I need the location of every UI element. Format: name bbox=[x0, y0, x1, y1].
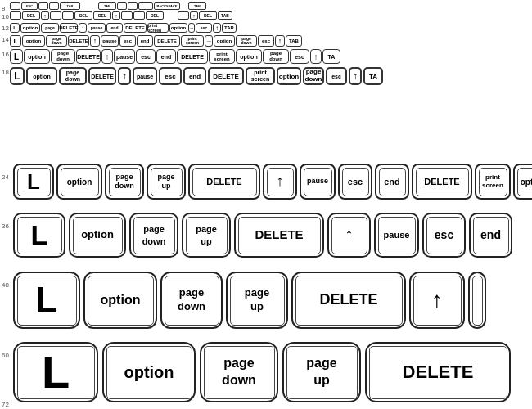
key-r12-pg[interactable]: page bbox=[41, 23, 59, 33]
key-r60-pageup[interactable]: pageup bbox=[282, 342, 361, 402]
key-sm-2[interactable] bbox=[50, 11, 61, 20]
key-r24-option2[interactable]: option bbox=[513, 164, 532, 200]
key-r18-prsc[interactable]: printscreen bbox=[246, 67, 275, 85]
key-r16-up[interactable]: ↑ bbox=[101, 49, 113, 64]
key-r18-up[interactable]: ↑ bbox=[118, 67, 131, 85]
key-r18-pgdn2[interactable]: pagedown bbox=[303, 67, 324, 85]
key-r18-up2[interactable]: ↑ bbox=[349, 67, 362, 85]
key-r16-up2[interactable]: ↑ bbox=[310, 49, 322, 64]
key-r16-prsc[interactable]: printscreen bbox=[209, 49, 235, 64]
key-r16-del2[interactable]: DELETE bbox=[177, 49, 208, 64]
key-r48-option[interactable]: option bbox=[83, 272, 157, 329]
key-tiny-5[interactable] bbox=[138, 2, 153, 10]
key-r16-esc[interactable]: esc bbox=[136, 49, 156, 64]
key-sm-up1[interactable]: ↑ bbox=[41, 11, 49, 20]
key-r14-opt2[interactable]: option bbox=[214, 35, 235, 47]
key-r60-delete[interactable]: DELETE bbox=[365, 342, 511, 402]
key-r18-opt[interactable]: option bbox=[26, 67, 57, 85]
key-r24-l[interactable]: L bbox=[13, 164, 54, 200]
key-tiny-tab2[interactable]: TAB bbox=[98, 2, 116, 10]
key-r14-prsc[interactable]: print screen bbox=[181, 35, 204, 47]
key-r18-pgdn[interactable]: pagedown bbox=[59, 67, 87, 85]
key-r36-option[interactable]: option bbox=[69, 213, 126, 258]
key-r36-pagedown[interactable]: pagedown bbox=[129, 213, 178, 258]
key-r24-pagedown[interactable]: pagedown bbox=[105, 164, 144, 200]
key-tiny-3[interactable] bbox=[117, 2, 127, 10]
key-tiny-bksp[interactable]: BACKSPACE bbox=[154, 2, 180, 10]
key-r14-up2[interactable]: ↑ bbox=[275, 35, 285, 47]
key-r12-psc[interactable]: pause bbox=[88, 23, 106, 33]
key-sm-6[interactable] bbox=[178, 11, 189, 20]
key-r24-up[interactable]: ↑ bbox=[263, 164, 297, 200]
key-r18-del2[interactable]: DELETE bbox=[208, 67, 244, 85]
key-r18-esc[interactable]: esc bbox=[159, 67, 182, 85]
key-r48-pageup[interactable]: pageup bbox=[226, 272, 288, 329]
key-sm-5[interactable] bbox=[133, 11, 145, 20]
key-r14-pgdn2[interactable]: pagedown bbox=[236, 35, 257, 47]
key-r60-option[interactable]: option bbox=[102, 342, 196, 402]
key-r14-esc2[interactable]: esc bbox=[258, 35, 274, 47]
key-tiny-tab3[interactable]: TAB bbox=[188, 2, 206, 10]
key-r16-pgdn2[interactable]: pagedown bbox=[263, 49, 289, 64]
key-r16-tab[interactable]: TA bbox=[322, 49, 340, 64]
key-r12-up2[interactable]: ↑ bbox=[213, 23, 221, 33]
key-r12-l[interactable]: L bbox=[10, 23, 20, 33]
key-r24-delete[interactable]: DELETE bbox=[188, 164, 260, 200]
key-sm-1[interactable] bbox=[10, 11, 21, 20]
key-tiny[interactable] bbox=[10, 2, 20, 10]
key-r18-pause[interactable]: pause bbox=[133, 67, 157, 85]
key-tiny-1[interactable] bbox=[38, 2, 48, 10]
key-r14-right[interactable]: → bbox=[205, 35, 213, 47]
key-r60-pagedown[interactable]: pagedown bbox=[200, 342, 278, 402]
key-r16-del[interactable]: DELETE bbox=[76, 49, 101, 64]
key-r60-l[interactable]: L bbox=[13, 342, 98, 402]
key-r16-opt[interactable]: option bbox=[24, 49, 50, 64]
key-r36-pageup[interactable]: pageup bbox=[182, 213, 231, 258]
key-r48-partial[interactable] bbox=[468, 272, 486, 329]
key-r36-esc[interactable]: esc bbox=[422, 213, 466, 258]
key-r12-up[interactable]: ↑ bbox=[79, 23, 87, 33]
key-r12-del2[interactable]: DELETE bbox=[124, 23, 147, 33]
key-tiny-2[interactable] bbox=[49, 2, 59, 10]
key-sm-del1[interactable]: DEL bbox=[22, 11, 40, 20]
key-r12-opt[interactable]: option bbox=[20, 23, 40, 33]
key-r12-opt2[interactable]: option bbox=[169, 23, 187, 33]
key-r36-end[interactable]: end bbox=[469, 213, 512, 258]
key-r12-end[interactable]: end bbox=[106, 23, 123, 33]
key-r14-esc[interactable]: esc bbox=[119, 35, 136, 47]
key-r24-pause[interactable]: pause bbox=[300, 164, 336, 200]
key-r18-esc2[interactable]: esc bbox=[326, 67, 347, 85]
key-r24-delete2[interactable]: DELETE bbox=[412, 164, 472, 200]
key-r14-l[interactable]: L bbox=[10, 35, 21, 47]
key-r12-esc[interactable]: esc bbox=[196, 23, 212, 33]
key-r14-opt[interactable]: option bbox=[22, 35, 45, 47]
key-sm-del2[interactable]: DEL bbox=[74, 11, 92, 20]
key-r48-pagedown[interactable]: pagedown bbox=[160, 272, 223, 329]
key-r16-end[interactable]: end bbox=[156, 49, 176, 64]
key-r18-del[interactable]: DELETE bbox=[88, 67, 116, 85]
key-r12-right[interactable]: → bbox=[188, 23, 195, 33]
key-r24-end[interactable]: end bbox=[375, 164, 409, 200]
key-r16-pause[interactable]: pause bbox=[114, 49, 135, 64]
key-sm-4[interactable] bbox=[121, 11, 133, 20]
key-r16-esc2[interactable]: esc bbox=[290, 49, 309, 64]
key-sm-del3[interactable]: DEL bbox=[93, 11, 111, 20]
key-sm-up3[interactable]: ↑ bbox=[190, 11, 198, 20]
key-r24-pageup[interactable]: pageup bbox=[147, 164, 186, 200]
key-r48-l[interactable]: L bbox=[13, 272, 80, 329]
key-r48-up[interactable]: ↑ bbox=[409, 272, 465, 329]
key-r12-del[interactable]: DELETE bbox=[60, 23, 78, 33]
key-sm-del4[interactable]: DEL bbox=[146, 11, 164, 20]
key-r12-prsc[interactable]: print screen bbox=[147, 23, 169, 33]
key-r18-end[interactable]: end bbox=[183, 67, 206, 85]
key-sm-up2[interactable]: ↑ bbox=[112, 11, 120, 20]
key-r14-pgdn[interactable]: pagedown bbox=[46, 35, 67, 47]
key-tiny-tab1[interactable]: TAB bbox=[60, 2, 80, 10]
key-r18-tab[interactable]: TA bbox=[363, 67, 383, 85]
key-r16-l[interactable]: L bbox=[10, 49, 23, 64]
key-r12-tab[interactable]: TAB bbox=[222, 23, 237, 33]
key-sm-3[interactable] bbox=[62, 11, 74, 20]
key-r14-del[interactable]: DELETE bbox=[68, 35, 89, 47]
key-r24-printscreen[interactable]: printscreen bbox=[475, 164, 511, 200]
key-tiny-esc[interactable]: ESC bbox=[21, 2, 38, 10]
